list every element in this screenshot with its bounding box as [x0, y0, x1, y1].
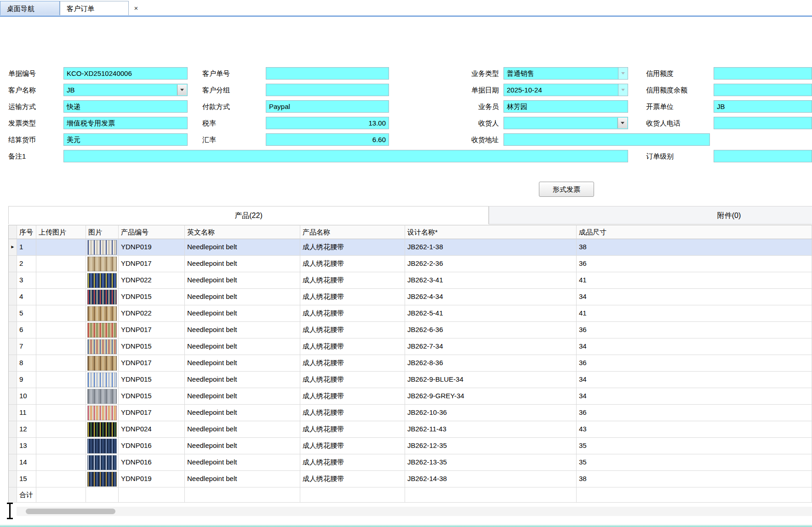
cell-english-name[interactable]: Needlepoint belt [185, 272, 300, 289]
cell-product-code[interactable]: YDNP022 [119, 305, 185, 322]
cell-image[interactable] [86, 239, 119, 256]
cell-product-name[interactable]: 成人绣花腰带 [300, 438, 405, 454]
cell-size[interactable]: 36 [577, 256, 812, 272]
cell-english-name[interactable]: Needlepoint belt [185, 338, 300, 355]
table-row[interactable]: 7 YDNP015 Needlepoint belt 成人绣花腰带 JB262-… [9, 338, 812, 355]
cell-upload-image[interactable] [36, 289, 86, 305]
cell-design-name[interactable]: JB262-1-38 [405, 239, 577, 256]
consignee-field[interactable] [503, 117, 628, 129]
cell-upload-image[interactable] [36, 338, 86, 355]
cell-size[interactable]: 41 [577, 272, 812, 289]
cell-upload-image[interactable] [36, 272, 86, 289]
doc-no-field[interactable]: KCO-XD2510240006 [63, 67, 188, 80]
cell-seq[interactable]: 7 [17, 338, 36, 355]
cell-image[interactable] [86, 305, 119, 322]
table-row[interactable]: 15 YDNP019 Needlepoint belt 成人绣花腰带 JB262… [9, 471, 812, 487]
cell-product-name[interactable]: 成人绣花腰带 [300, 338, 405, 355]
cell-seq[interactable]: 1 [17, 239, 36, 256]
cell-image[interactable] [86, 322, 119, 338]
col-upload-image[interactable]: 上传图片 [36, 225, 86, 239]
cell-upload-image[interactable] [36, 438, 86, 454]
cell-english-name[interactable]: Needlepoint belt [185, 471, 300, 487]
table-row[interactable]: 3 YDNP022 Needlepoint belt 成人绣花腰带 JB262-… [9, 272, 812, 289]
cell-product-code[interactable]: YDNP019 [119, 471, 185, 487]
cell-product-name[interactable]: 成人绣花腰带 [300, 372, 405, 388]
table-row[interactable]: 9 YDNP015 Needlepoint belt 成人绣花腰带 JB262-… [9, 372, 812, 388]
cell-product-name[interactable]: 成人绣花腰带 [300, 305, 405, 322]
cell-product-name[interactable]: 成人绣花腰带 [300, 421, 405, 438]
cell-product-name[interactable]: 成人绣花腰带 [300, 388, 405, 405]
cell-design-name[interactable]: JB262-9-GREY-34 [405, 388, 577, 405]
tab-desktop-navigation[interactable]: 桌面导航 [0, 1, 60, 15]
cell-upload-image[interactable] [36, 421, 86, 438]
invoice-unit-field[interactable]: JB [714, 100, 812, 113]
cell-image[interactable] [86, 405, 119, 421]
product-thumbnail[interactable] [87, 356, 117, 371]
col-english-name[interactable]: 英文名称 [185, 225, 300, 239]
table-row[interactable]: 2 YDNP017 Needlepoint belt 成人绣花腰带 JB262-… [9, 256, 812, 272]
table-row[interactable]: 10 YDNP015 Needlepoint belt 成人绣花腰带 JB262… [9, 388, 812, 405]
cell-image[interactable] [86, 388, 119, 405]
cell-image[interactable] [86, 272, 119, 289]
cell-upload-image[interactable] [36, 388, 86, 405]
business-type-field[interactable]: 普通销售 [503, 67, 628, 80]
cell-image[interactable] [86, 289, 119, 305]
cell-size[interactable]: 34 [577, 388, 812, 405]
product-thumbnail[interactable] [87, 406, 117, 420]
cell-english-name[interactable]: Needlepoint belt [185, 372, 300, 388]
cell-seq[interactable]: 12 [17, 421, 36, 438]
cell-upload-image[interactable] [36, 305, 86, 322]
cell-size[interactable]: 43 [577, 421, 812, 438]
col-seq[interactable]: 序号 [17, 225, 36, 239]
cell-image[interactable] [86, 471, 119, 487]
customer-name-field[interactable]: JB [63, 84, 188, 96]
cell-product-code[interactable]: YDNP015 [119, 289, 185, 305]
cell-upload-image[interactable] [36, 405, 86, 421]
settlement-currency-field[interactable]: 美元 [63, 133, 188, 146]
proforma-invoice-button[interactable]: 形式发票 [539, 182, 594, 197]
table-row[interactable]: 14 YDNP016 Needlepoint belt 成人绣花腰带 JB262… [9, 454, 812, 471]
cell-design-name[interactable]: JB262-11-43 [405, 421, 577, 438]
product-thumbnail[interactable] [87, 439, 117, 453]
cell-image[interactable] [86, 355, 119, 372]
product-thumbnail[interactable] [87, 472, 117, 487]
cell-product-code[interactable]: YDNP019 [119, 239, 185, 256]
col-image[interactable]: 图片 [86, 225, 119, 239]
invoice-type-field[interactable]: 增值税专用发票 [63, 117, 188, 129]
cell-product-code[interactable]: YDNP015 [119, 338, 185, 355]
table-row[interactable]: 13 YDNP016 Needlepoint belt 成人绣花腰带 JB262… [9, 438, 812, 454]
col-product-name[interactable]: 产品名称 [300, 225, 405, 239]
credit-balance-field[interactable] [714, 84, 812, 96]
cell-product-name[interactable]: 成人绣花腰带 [300, 289, 405, 305]
cell-size[interactable]: 38 [577, 239, 812, 256]
cell-seq[interactable]: 13 [17, 438, 36, 454]
cell-english-name[interactable]: Needlepoint belt [185, 305, 300, 322]
cell-product-name[interactable]: 成人绣花腰带 [300, 454, 405, 471]
table-row[interactable]: 11 YDNP017 Needlepoint belt 成人绣花腰带 JB262… [9, 405, 812, 421]
business-type-dropdown-icon[interactable] [618, 68, 628, 79]
cell-image[interactable] [86, 454, 119, 471]
cell-size[interactable]: 36 [577, 405, 812, 421]
table-row[interactable]: 8 YDNP017 Needlepoint belt 成人绣花腰带 JB262-… [9, 355, 812, 372]
cell-product-code[interactable]: YDNP015 [119, 388, 185, 405]
cell-image[interactable] [86, 338, 119, 355]
cell-product-code[interactable]: YDNP017 [119, 256, 185, 272]
tab-attachments[interactable]: 附件(0) [489, 206, 812, 224]
table-row[interactable]: 6 YDNP017 Needlepoint belt 成人绣花腰带 JB262-… [9, 322, 812, 338]
cell-design-name[interactable]: JB262-4-34 [405, 289, 577, 305]
note1-field[interactable] [63, 150, 628, 162]
horizontal-scrollbar-thumb[interactable] [26, 509, 115, 514]
col-size[interactable]: 成品尺寸 [577, 225, 812, 239]
cell-upload-image[interactable] [36, 454, 86, 471]
cell-design-name[interactable]: JB262-2-36 [405, 256, 577, 272]
cell-english-name[interactable]: Needlepoint belt [185, 405, 300, 421]
product-thumbnail[interactable] [87, 273, 117, 288]
cell-design-name[interactable]: JB262-10-36 [405, 405, 577, 421]
cell-seq[interactable]: 4 [17, 289, 36, 305]
cell-image[interactable] [86, 372, 119, 388]
product-thumbnail[interactable] [87, 372, 117, 387]
cell-product-name[interactable]: 成人绣花腰带 [300, 405, 405, 421]
cell-design-name[interactable]: JB262-5-41 [405, 305, 577, 322]
cell-upload-image[interactable] [36, 355, 86, 372]
cell-product-name[interactable]: 成人绣花腰带 [300, 239, 405, 256]
